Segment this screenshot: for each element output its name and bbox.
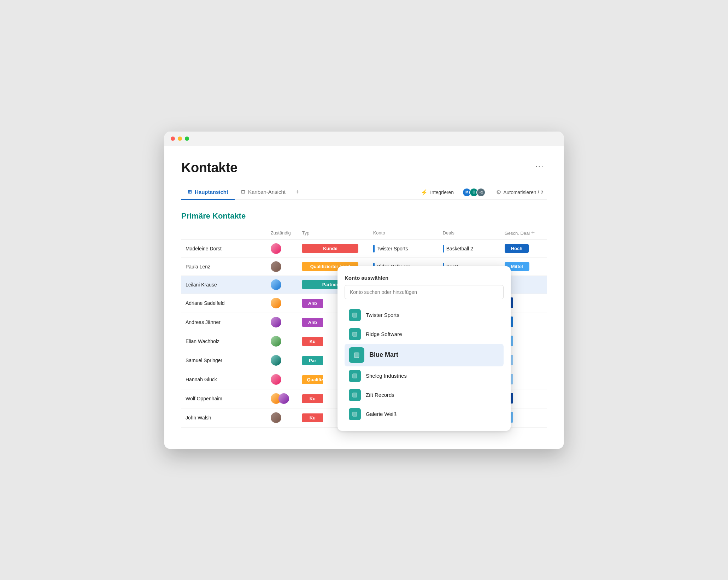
search-input[interactable] bbox=[350, 289, 498, 295]
more-button[interactable]: ··· bbox=[533, 160, 547, 172]
avatar bbox=[271, 261, 281, 272]
avatar bbox=[271, 243, 281, 254]
contact-avatar bbox=[266, 389, 298, 408]
contact-avatar bbox=[266, 408, 298, 427]
col-konto: Konto bbox=[369, 226, 439, 240]
dropdown-item[interactable]: Ridge Software bbox=[345, 325, 504, 344]
contact-name: Samuel Springer bbox=[181, 351, 266, 370]
svg-rect-2 bbox=[354, 353, 359, 358]
type-badge: Ku bbox=[302, 394, 323, 403]
dropdown-item[interactable]: Twister Sports bbox=[345, 306, 504, 325]
account-icon bbox=[349, 347, 364, 363]
contact-avatar bbox=[266, 276, 298, 294]
avatar bbox=[271, 412, 281, 423]
integrate-label: Integrieren bbox=[430, 190, 454, 195]
kanban-icon: ⊟ bbox=[241, 189, 245, 195]
contact-name: Hannah Glück bbox=[181, 370, 266, 389]
type-badge: Qualifize bbox=[302, 375, 323, 384]
tab-main[interactable]: ⊞ Hauptansicht bbox=[181, 185, 235, 200]
account-icon bbox=[349, 408, 361, 420]
dropdown-item[interactable]: Zift Records bbox=[345, 385, 504, 405]
col-name bbox=[181, 226, 266, 240]
avatar bbox=[271, 298, 281, 308]
close-dot[interactable] bbox=[171, 137, 175, 141]
account-icon bbox=[349, 328, 361, 340]
account-name: Zift Records bbox=[366, 392, 394, 398]
avatar bbox=[271, 336, 281, 347]
tabs-bar: ⊞ Hauptansicht ⊟ Kanban-Ansicht + ⚡ Inte… bbox=[181, 185, 547, 200]
page-header: Kontakte ··· bbox=[181, 160, 547, 175]
contact-avatar bbox=[266, 257, 298, 276]
type-badge: Ku bbox=[302, 337, 323, 346]
tab-kanban[interactable]: ⊟ Kanban-Ansicht bbox=[235, 185, 292, 200]
page-title: Kontakte bbox=[181, 160, 237, 175]
automate-label: Automatisieren / 2 bbox=[503, 190, 543, 195]
svg-rect-4 bbox=[353, 393, 357, 397]
add-tab-button[interactable]: + bbox=[292, 186, 303, 199]
contact-name: Paula Lenz bbox=[181, 257, 266, 276]
maximize-dot[interactable] bbox=[185, 137, 189, 141]
contact-avatar bbox=[266, 351, 298, 370]
dropdown-item[interactable]: Galerie Weiß bbox=[345, 405, 504, 424]
dropdown-title: Konto auswählen bbox=[345, 275, 504, 281]
badge-count: +2 bbox=[476, 188, 486, 197]
contact-name: Adriane Sadelfeld bbox=[181, 294, 266, 313]
svg-rect-0 bbox=[353, 313, 357, 317]
account-svg-icon bbox=[352, 331, 358, 337]
col-gesch: Gesch. Deal + bbox=[500, 226, 547, 240]
type-badge: Kunde bbox=[302, 244, 358, 253]
account-name: Sheleg Industries bbox=[366, 373, 407, 379]
col-zustandig: Zuständig bbox=[266, 226, 298, 240]
contact-deals: Basketball 2 bbox=[439, 239, 500, 257]
browser-window: Kontakte ··· ⊞ Hauptansicht ⊟ Kanban-Ans… bbox=[164, 132, 564, 449]
col-typ: Typ bbox=[298, 226, 369, 240]
contact-avatar bbox=[266, 294, 298, 313]
contact-avatar bbox=[266, 370, 298, 389]
contact-name: John Walsh bbox=[181, 408, 266, 427]
account-svg-icon bbox=[353, 352, 360, 358]
account-svg-icon bbox=[352, 411, 358, 417]
contact-name: Wolf Oppenhaim bbox=[181, 389, 266, 408]
account-svg-icon bbox=[352, 373, 358, 379]
account-dropdown: Konto auswählen Twister Sports bbox=[337, 266, 511, 431]
section-title: Primäre Kontakte bbox=[181, 211, 547, 221]
avatar bbox=[271, 374, 281, 385]
contact-type: Kunde bbox=[298, 239, 369, 257]
tabs-right: ⚡ Integrieren M O +2 ⚙ Automatisieren / … bbox=[417, 187, 547, 198]
avatar bbox=[271, 355, 281, 366]
integrate-button[interactable]: ⚡ Integrieren bbox=[417, 187, 457, 198]
type-badge: Par bbox=[302, 356, 323, 365]
browser-chrome bbox=[164, 132, 564, 146]
dropdown-item-selected[interactable]: Blue Mart bbox=[345, 344, 504, 366]
contact-avatar bbox=[266, 332, 298, 351]
avatar bbox=[278, 393, 289, 404]
contact-name: Elian Wachholz bbox=[181, 332, 266, 351]
tab-main-label: Hauptansicht bbox=[195, 189, 228, 195]
search-wrap[interactable] bbox=[345, 285, 504, 299]
automate-icon: ⚙ bbox=[496, 189, 501, 196]
deal-badge: Hoch bbox=[505, 244, 529, 253]
deals-bar bbox=[443, 245, 444, 253]
contact-avatar bbox=[266, 239, 298, 257]
add-column-button[interactable]: + bbox=[531, 229, 535, 237]
svg-rect-3 bbox=[353, 374, 357, 378]
integrate-icon: ⚡ bbox=[421, 189, 428, 196]
contact-name: Andreas Jänner bbox=[181, 313, 266, 332]
type-badge: Anb bbox=[302, 318, 323, 327]
account-name: Twister Sports bbox=[366, 312, 399, 318]
account-name: Blue Mart bbox=[369, 351, 398, 359]
integration-badges: M O +2 bbox=[464, 188, 486, 197]
svg-rect-5 bbox=[353, 412, 357, 416]
dropdown-item[interactable]: Sheleg Industries bbox=[345, 366, 504, 385]
contact-name: Madeleine Dorst bbox=[181, 239, 266, 257]
konto-bar bbox=[373, 245, 375, 253]
avatar bbox=[271, 317, 281, 327]
automate-button[interactable]: ⚙ Automatisieren / 2 bbox=[493, 187, 547, 198]
svg-rect-1 bbox=[353, 332, 357, 336]
avatar bbox=[271, 279, 281, 290]
col-deals: Deals bbox=[439, 226, 500, 240]
contact-deal-size: Hoch bbox=[500, 239, 547, 257]
contact-konto: Twister Sports bbox=[369, 239, 439, 257]
account-icon bbox=[349, 370, 361, 382]
minimize-dot[interactable] bbox=[178, 137, 182, 141]
